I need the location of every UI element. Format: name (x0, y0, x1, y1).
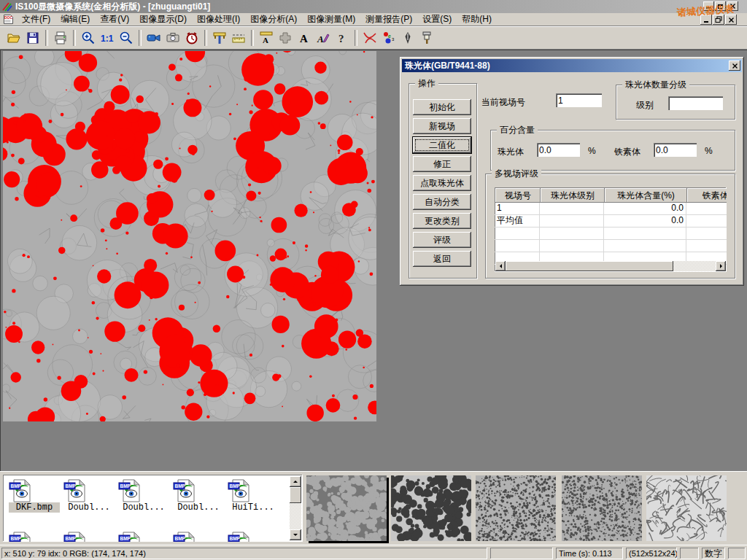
init-button[interactable]: 初始化 (413, 99, 471, 115)
measure-text-icon[interactable]: A (257, 28, 276, 47)
scroll-up-icon[interactable] (290, 476, 301, 487)
save-icon[interactable] (23, 28, 42, 47)
file-item[interactable] (63, 532, 115, 542)
file-item[interactable] (173, 532, 224, 542)
grade-label: 级别 (636, 99, 654, 112)
file-name[interactable]: Doubl... (118, 502, 169, 513)
document-icon[interactable]: DOC (3, 14, 14, 25)
scroll-down-icon[interactable] (290, 529, 301, 540)
caliper-icon[interactable] (210, 28, 229, 47)
menu-settings[interactable]: 设置(S) (417, 13, 457, 26)
zoom-out-icon[interactable] (117, 28, 136, 47)
menu-edit[interactable]: 编辑(E) (55, 13, 95, 26)
open-icon[interactable] (4, 28, 23, 47)
annotate-pencil-icon[interactable]: A (314, 28, 333, 47)
file-item[interactable]: Doubl... (118, 479, 169, 513)
timer-clock-icon[interactable] (182, 28, 201, 47)
menu-view[interactable]: 查看(V) (95, 13, 134, 26)
menu-image-process[interactable]: 图像处理(I) (192, 13, 245, 26)
text-label-icon[interactable]: A (295, 28, 314, 47)
file-item[interactable]: Doubl... (63, 479, 115, 513)
table-hscrollbar[interactable] (495, 261, 726, 271)
table-row[interactable]: 平均值 0.0 (495, 215, 727, 228)
return-button[interactable]: 返回 (413, 251, 471, 267)
new-field-button[interactable]: 新视场 (413, 118, 471, 134)
menu-help[interactable]: 帮助(H) (457, 13, 497, 26)
menu-image-measure[interactable]: 图像测量(M) (302, 13, 360, 26)
thumbnail-3[interactable] (476, 475, 556, 541)
thumbnail-5[interactable] (646, 475, 727, 541)
actual-size-icon[interactable]: 1:1 (98, 28, 117, 47)
file-name[interactable]: Doubl... (63, 502, 115, 513)
col-pearlite-grade[interactable]: 珠光体级别 (541, 188, 605, 203)
particle-classify-icon[interactable]: e3 (379, 28, 398, 47)
app-icon (2, 1, 12, 12)
menu-bar: DOC 文件(F) 编辑(E) 查看(V) 图像显示(D) 图像处理(I) 图像… (0, 13, 747, 26)
menu-file[interactable]: 文件(F) (17, 13, 55, 26)
menu-image-display[interactable]: 图像显示(D) (134, 13, 192, 26)
file-item[interactable] (9, 532, 60, 542)
binarize-button[interactable]: 二值化 (413, 137, 471, 153)
toolbar-separator (355, 30, 357, 46)
curve-tool-icon[interactable] (360, 28, 379, 47)
vscroll-thumb[interactable] (290, 487, 301, 503)
mdi-close-button[interactable] (725, 15, 737, 25)
print-icon[interactable] (51, 28, 70, 47)
scroll-left-icon[interactable] (495, 261, 506, 271)
thumbnail-4[interactable] (562, 475, 642, 541)
file-item[interactable] (118, 532, 169, 542)
pen-tool-icon[interactable] (398, 28, 417, 47)
file-item[interactable]: DKF.bmp (9, 479, 60, 513)
metallograph-canvas[interactable] (3, 51, 376, 421)
ferrite-input[interactable] (654, 143, 697, 158)
file-item[interactable]: Doubl... (173, 479, 224, 513)
col-pearlite-content[interactable]: 珠光体含量(%) (605, 188, 687, 203)
pick-pearlite-button[interactable]: 点取珠光体 (413, 175, 471, 191)
dialog-title-bar[interactable]: 珠光体(GB/T9441-88) (402, 59, 742, 72)
zoom-in-icon[interactable] (79, 28, 98, 47)
brush-tool-icon[interactable] (417, 28, 436, 47)
file-name[interactable]: HuiTi... (228, 502, 279, 513)
pearlite-label: 珠光体 (498, 146, 524, 158)
operation-group-label: 操作 (415, 78, 438, 88)
bottom-panel: BMP DKF.bmp Doubl... Doubl... Doubl... (0, 471, 747, 545)
col-field-no[interactable]: 视场号 (495, 188, 541, 203)
pattern-cross-icon[interactable] (276, 28, 295, 47)
scroll-right-icon[interactable] (716, 261, 726, 271)
help-icon[interactable]: ? (333, 28, 352, 47)
status-empty-3 (728, 548, 746, 559)
menu-image-analysis[interactable]: 图像分析(A) (245, 13, 302, 26)
grading-group-label: 珠光体数量分级 (622, 79, 689, 90)
file-name[interactable]: DKF.bmp (9, 502, 60, 513)
pearlite-input[interactable] (537, 143, 581, 158)
status-image-size: (512x512x24) (626, 548, 677, 559)
file-name[interactable]: Doubl... (173, 502, 224, 513)
video-camera-icon[interactable] (144, 28, 163, 47)
status-mode: 数字 (702, 548, 725, 559)
status-bar: x: 510 y: 79 idx: 0 RGB: (174, 174, 174)… (0, 545, 747, 560)
correct-button[interactable]: 修正 (413, 156, 471, 172)
dialog-close-icon[interactable] (729, 61, 740, 71)
auto-classify-button[interactable]: 自动分类 (413, 194, 471, 210)
change-class-button[interactable]: 更改类别 (413, 213, 471, 229)
multifield-table[interactable]: 视场号 珠光体级别 珠光体含量(%) 铁素体含量(%) 1 0.0 平均值 0.… (495, 187, 727, 272)
percent-group: 百分含量 (490, 130, 735, 171)
thumbnail-2[interactable] (391, 475, 471, 541)
menu-measure-report[interactable]: 测量报告(P) (360, 13, 417, 26)
file-item[interactable] (228, 532, 279, 542)
file-vscrollbar[interactable] (290, 476, 301, 540)
current-field-input[interactable] (556, 93, 603, 108)
table-row[interactable]: 1 0.0 (495, 203, 727, 215)
svg-text:A: A (263, 36, 268, 44)
col-ferrite-content[interactable]: 铁素体含量(%) (687, 188, 727, 203)
file-browser[interactable]: DKF.bmp Doubl... Doubl... Doubl... HuiTi… (3, 475, 303, 542)
window-title: IS100显微摄像系统(金相分析版) - [zhuguangti01] (15, 1, 210, 13)
rate-button[interactable]: 评级 (413, 232, 471, 248)
hscroll-thumb[interactable] (506, 261, 673, 271)
grade-input[interactable] (668, 96, 724, 111)
ruler-icon[interactable] (229, 28, 248, 47)
svg-text:e: e (388, 34, 391, 39)
thumbnail-1[interactable] (306, 475, 387, 541)
snapshot-camera-icon[interactable] (163, 28, 182, 47)
file-item[interactable]: HuiTi... (228, 479, 279, 513)
